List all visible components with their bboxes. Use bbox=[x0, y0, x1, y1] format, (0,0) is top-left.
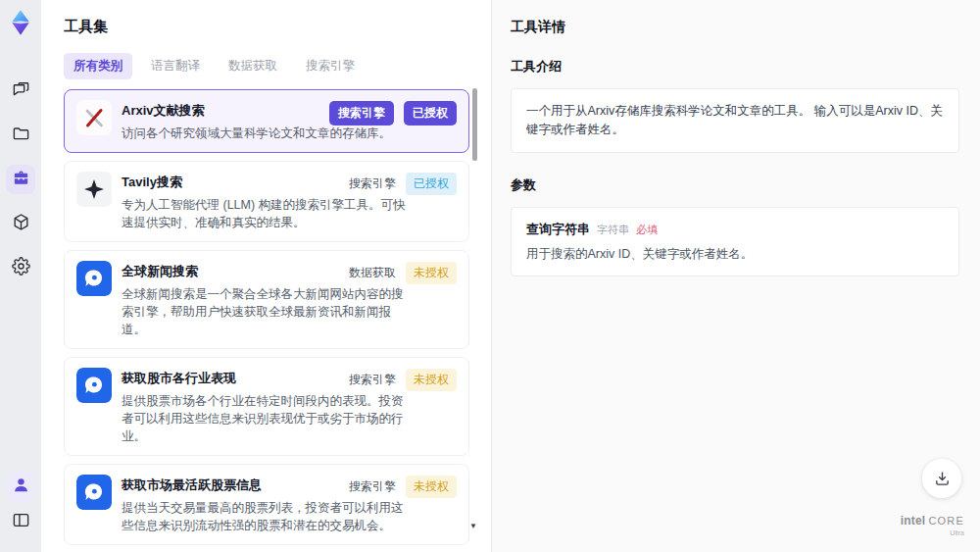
intro-box: 一个用于从Arxiv存储库搜索科学论文和文章的工具。 输入可以是Arxiv ID… bbox=[511, 88, 959, 153]
sidebar-item-profile[interactable] bbox=[6, 472, 35, 501]
page-title: 工具集 bbox=[64, 18, 491, 36]
tool-card[interactable]: 全球新闻搜索 全球新闻搜索是一个聚合全球各大新闻网站内容的搜索引擎，帮助用户快速… bbox=[64, 250, 469, 349]
auth-status-badge: 已授权 bbox=[406, 173, 457, 195]
gear-icon bbox=[12, 257, 30, 279]
tool-description: 访问各个研究领域大量科学论文和文章的存储库。 bbox=[122, 125, 391, 142]
tool-description: 提供股票市场各个行业在特定时间段内的表现。投资者可以利用这些信息来识别表现优于或… bbox=[122, 392, 406, 445]
panel-icon bbox=[12, 511, 30, 533]
scrollbar-thumb[interactable] bbox=[472, 88, 477, 161]
sidebar-item-settings[interactable] bbox=[6, 253, 35, 282]
icon-rail bbox=[0, 0, 41, 552]
tool-tags: 搜索引擎 未授权 bbox=[349, 369, 457, 391]
cube-icon bbox=[12, 213, 30, 235]
category-tab[interactable]: 搜索引擎 bbox=[296, 53, 365, 79]
toolset-panel: 工具集 所有类别 语言翻译 数据获取 搜索引擎 Arxiv文献搜索 访问 bbox=[41, 0, 491, 552]
qnews-icon bbox=[76, 368, 112, 403]
category-tab[interactable]: 所有类别 bbox=[64, 53, 132, 79]
param-name: 查询字符串 bbox=[526, 221, 590, 238]
category-tab[interactable]: 数据获取 bbox=[219, 53, 287, 79]
qnews-icon bbox=[76, 475, 112, 510]
qnews-icon bbox=[76, 261, 112, 296]
tool-description: 全球新闻搜索是一个聚合全球各大新闻网站内容的搜索引擎，帮助用户快速获取全球最新资… bbox=[122, 285, 406, 338]
detail-title: 工具详情 bbox=[511, 19, 959, 36]
params-heading: 参数 bbox=[511, 176, 959, 194]
tavily-icon bbox=[76, 172, 112, 207]
tool-description: 提供当天交易量最高的股票列表，投资者可以利用这些信息来识别流动性强的股票和潜在的… bbox=[122, 499, 406, 534]
rail-bottom-group bbox=[6, 472, 35, 552]
param-type: 字符串 bbox=[597, 223, 629, 237]
folder-icon bbox=[12, 125, 30, 147]
param-head: 查询字符串 字符串 必填 bbox=[526, 221, 944, 238]
tab-label: 搜索引擎 bbox=[306, 59, 355, 73]
tool-card[interactable]: Arxiv文献搜索 访问各个研究领域大量科学论文和文章的存储库。 搜索引擎 已授… bbox=[64, 89, 469, 153]
params-box: 查询字符串 字符串 必填 用于搜索的Arxiv ID、关键字或作者姓名。 bbox=[511, 207, 959, 276]
download-icon bbox=[934, 471, 951, 487]
tool-card[interactable]: 获取股市各行业表现 提供股票市场各个行业在特定时间段内的表现。投资者可以利用这些… bbox=[64, 357, 469, 456]
sidebar-item-panels[interactable] bbox=[6, 507, 35, 536]
auth-status-badge: 未授权 bbox=[406, 369, 457, 391]
brand-core-text: CORE bbox=[928, 515, 964, 527]
sidebar-item-chat[interactable] bbox=[6, 76, 35, 106]
tab-label: 所有类别 bbox=[74, 59, 122, 73]
tool-tags: 搜索引擎 未授权 bbox=[349, 476, 457, 498]
param-row: 查询字符串 字符串 必填 用于搜索的Arxiv ID、关键字或作者姓名。 bbox=[526, 221, 944, 263]
tool-card-list: Arxiv文献搜索 访问各个研究领域大量科学论文和文章的存储库。 搜索引擎 已授… bbox=[64, 89, 469, 548]
intro-heading: 工具介绍 bbox=[511, 58, 959, 75]
tool-tags: 数据获取 未授权 bbox=[349, 262, 457, 284]
category-tag: 搜索引擎 bbox=[349, 176, 396, 192]
tool-tags: 搜索引擎 已授权 bbox=[329, 101, 457, 125]
sidebar-item-files[interactable] bbox=[6, 121, 35, 150]
param-required-flag: 必填 bbox=[636, 223, 658, 237]
tool-tags: 搜索引擎 已授权 bbox=[349, 173, 457, 195]
category-tabs: 所有类别 语言翻译 数据获取 搜索引擎 bbox=[64, 53, 491, 79]
intel-core-logo: intelCORE Ultra bbox=[901, 512, 964, 536]
sidebar-item-tools[interactable] bbox=[6, 165, 35, 194]
category-tag: 搜索引擎 bbox=[349, 478, 396, 495]
download-button[interactable] bbox=[922, 459, 961, 498]
toolbox-icon bbox=[12, 169, 30, 191]
tool-description: 专为人工智能代理 (LLM) 构建的搜索引擎工具。可快速提供实时、准确和真实的结… bbox=[122, 196, 406, 231]
category-tag: 搜索引擎 bbox=[329, 101, 394, 125]
auth-status-badge: 未授权 bbox=[406, 476, 457, 498]
tool-card[interactable]: 获取市场最活跃股票信息 提供当天交易量最高的股票列表，投资者可以利用这些信息来识… bbox=[64, 464, 469, 545]
tool-detail-panel: 工具详情 工具介绍 一个用于从Arxiv存储库搜索科学论文和文章的工具。 输入可… bbox=[492, 0, 980, 552]
tab-label: 数据获取 bbox=[228, 59, 277, 73]
app-window: 工具集 所有类别 语言翻译 数据获取 搜索引擎 Arxiv文献搜索 访问 bbox=[0, 0, 980, 552]
user-icon bbox=[12, 476, 30, 498]
sidebar-item-models[interactable] bbox=[6, 209, 35, 238]
category-tag: 数据获取 bbox=[349, 265, 396, 281]
arxiv-icon bbox=[76, 100, 112, 135]
category-tag: 搜索引擎 bbox=[349, 372, 396, 388]
scrollbar-down-arrow[interactable]: ▼ bbox=[469, 522, 477, 530]
brand-intel-text: intel bbox=[901, 514, 926, 527]
auth-status-badge: 未授权 bbox=[406, 262, 457, 284]
param-description: 用于搜索的Arxiv ID、关键字或作者姓名。 bbox=[526, 246, 944, 263]
app-logo-icon bbox=[6, 8, 35, 37]
auth-status-badge: 已授权 bbox=[404, 101, 457, 125]
tab-label: 语言翻译 bbox=[151, 59, 200, 73]
chat-icon bbox=[12, 80, 30, 103]
tool-card[interactable]: Tavily搜索 专为人工智能代理 (LLM) 构建的搜索引擎工具。可快速提供实… bbox=[64, 161, 469, 242]
brand-sub-text: Ultra bbox=[901, 529, 964, 536]
category-tab[interactable]: 语言翻译 bbox=[141, 53, 210, 79]
